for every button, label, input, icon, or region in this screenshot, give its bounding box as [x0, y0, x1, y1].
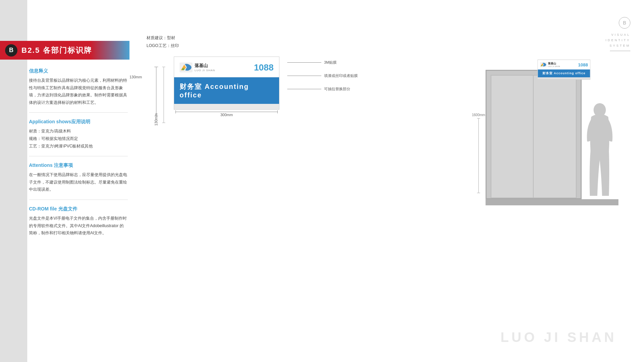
sign-top-section: 落基山 LUO JI SHAN 1088 [174, 57, 279, 77]
svg-point-5 [541, 65, 542, 66]
section4-title: CD-ROM file 光盘文件 [29, 206, 128, 212]
dimension-height-label: 130mm [154, 113, 158, 126]
door-sign-brand-text: 落基山 LUO JI SHAN [548, 62, 560, 67]
height-indicator: 1600mm [472, 113, 485, 193]
sign-bottom-strip [174, 104, 279, 109]
door-section: 落基山 LUO JI SHAN 1088 财务室 Accounting offi… [477, 68, 624, 205]
material-label2: LOGO工艺：丝印 [147, 42, 453, 50]
top-right-branding: B VISUAL IDENTITY SYSTEM [605, 17, 630, 51]
dim-v-line [164, 67, 164, 123]
door-panel-right [534, 76, 576, 198]
section1-title: 信息释义 [29, 68, 128, 74]
door-sign-number: 1088 [578, 62, 588, 67]
vis-underline [610, 51, 630, 51]
door-frame [486, 70, 582, 199]
svg-point-2 [182, 68, 185, 70]
section3-body: 在一般情况下使用品牌标志，应尽量使用提供的光盘电子文件，不建议使用制图法绘制标志… [29, 171, 128, 193]
door-sign-top: 落基山 LUO JI SHAN 1088 [538, 60, 590, 69]
section3-title: Attentions 注意事项 [29, 162, 128, 169]
main-content: 材质建议：型材 LOGO工艺：丝印 130mm 130mm [147, 34, 453, 117]
door-mockup: 落基山 LUO JI SHAN 1088 财务室 Accounting offi… [486, 70, 615, 205]
dimension-width-label: 300mm [174, 113, 279, 117]
door-sign: 落基山 LUO JI SHAN 1088 财务室 Accounting offi… [538, 60, 591, 80]
divider2 [29, 156, 128, 156]
door-sign-logo-icon [540, 62, 547, 67]
sign-mockup: 落基山 LUO JI SHAN 1088 财务室 Accounting offi… [174, 57, 279, 110]
annotation-item-1: 3M贴膜 [287, 60, 358, 65]
door-floor [486, 199, 618, 205]
door-sign-bottom-strip [538, 77, 590, 79]
sign-logo-area: 落基山 LUO JI SHAN [180, 62, 215, 73]
door-sign-logo-area: 落基山 LUO JI SHAN [540, 62, 560, 67]
annotation-item-2: 填漆或丝印或者贴膜 [287, 73, 358, 78]
annotation-item-3: 可抽拉替换部分 [287, 86, 358, 92]
header-b-badge: B [5, 44, 17, 57]
sign-room-number: 1088 [254, 62, 274, 73]
sign-brand-text: 落基山 LUO JI SHAN [195, 63, 215, 72]
door-sign-blue-band: 财务室 Accounting office [538, 69, 590, 77]
visual-identity-text: VISUAL IDENTITY SYSTEM [605, 32, 630, 49]
brand-logo-icon [180, 62, 193, 73]
door-sign-room-name: 财务室 Accounting office [542, 71, 586, 76]
b-circle: B [619, 17, 630, 29]
dimension-height-label-text: 130mm [129, 74, 142, 80]
materials-info: 材质建议：型材 LOGO工艺：丝印 [147, 34, 453, 50]
sign-blue-band: 财务室 Accounting office [174, 77, 279, 104]
door-panel-left [491, 76, 534, 198]
annotations: 3M贴膜 填漆或丝印或者贴膜 可抽拉替换部分 [287, 60, 358, 100]
header-title: B2.5 各部门标识牌 [21, 45, 92, 56]
dimension-width-wrapper: 300mm [174, 112, 279, 117]
section2-body: 材质：亚克力/高级木料 规格：可根据实地情况而定 工艺：亚克力\烤漆\PVC板材… [29, 128, 128, 150]
sign-room-name: 财务室 Accounting office [180, 82, 274, 99]
watermark-text: LUO JI SHAN [501, 330, 617, 345]
section4-body: 光盘文件是本VI手册电子文件的集合，内含手册制作时的专用软件格式文件。其中AI文… [29, 215, 128, 237]
material-label1: 材质建议：型材 [147, 34, 453, 42]
header-band: B B2.5 各部门标识牌 [0, 41, 129, 60]
person-silhouette-icon [584, 100, 615, 199]
section1-body: 接待台及背景板以品牌标识为核心元素，利用材料的特性与特殊工艺制作具有品牌视觉特征… [29, 77, 128, 106]
dim-h-line [175, 112, 278, 112]
divider3 [29, 200, 128, 200]
divider1 [29, 112, 128, 113]
section2-title: Application shows应用说明 [29, 119, 128, 125]
door-inner [491, 75, 577, 198]
left-content-panel: 信息释义 接待台及背景板以品牌标识为核心元素，利用材料的特性与特殊工艺制作具有品… [29, 68, 128, 242]
